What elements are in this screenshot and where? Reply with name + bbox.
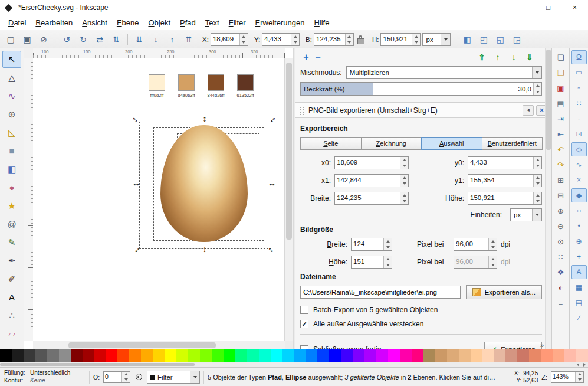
palette-color[interactable] xyxy=(459,349,471,362)
palette-color[interactable] xyxy=(576,349,588,362)
palette-color[interactable] xyxy=(329,349,341,362)
dock-scrollbar[interactable] xyxy=(545,48,551,349)
palette-scroll-left-icon[interactable] xyxy=(575,362,581,367)
snap-rotation-centers-button[interactable]: + xyxy=(571,250,587,264)
snap-bbox-centers-button[interactable]: ⊡ xyxy=(571,127,587,141)
palette-color[interactable] xyxy=(200,349,212,362)
select-all-button[interactable]: ▢ xyxy=(3,32,18,47)
palette-color[interactable] xyxy=(259,349,271,362)
palette-color[interactable] xyxy=(94,349,106,362)
zoom-to-selection-button[interactable]: ⊕ xyxy=(554,204,568,218)
palette-color[interactable] xyxy=(106,349,117,362)
eraser-tool[interactable]: ▱ xyxy=(2,325,21,342)
menu-pfad[interactable]: Pfad xyxy=(175,17,201,29)
zoom-to-page-button[interactable]: ⊙ xyxy=(554,234,568,248)
area-benutzerdefiniert-button[interactable]: Benutzerdefiniert xyxy=(482,137,543,150)
undo-button[interactable]: ↶ xyxy=(554,142,568,156)
snap-bbox-edges-button[interactable]: ▫ xyxy=(571,81,587,95)
text-tool[interactable]: A xyxy=(2,289,21,306)
dock-collapse-button[interactable]: ◄ xyxy=(523,105,534,116)
flip-horizontal-button[interactable]: ⇄ xyxy=(92,32,107,47)
transform-stroke-toggle-button[interactable]: ◧ xyxy=(459,32,475,47)
layer-select[interactable]: Filter xyxy=(147,371,200,384)
menu-hilfe[interactable]: Hilfe xyxy=(309,17,334,29)
new-document-button[interactable]: ❏ xyxy=(554,50,568,64)
batch-export-checkbox[interactable] xyxy=(300,306,308,314)
palette-color[interactable] xyxy=(224,349,235,362)
redo-button[interactable]: ↷ xyxy=(554,158,568,172)
area-width-field[interactable]: 124,235 xyxy=(334,192,409,205)
palette-color[interactable] xyxy=(117,349,129,362)
palette-color[interactable] xyxy=(12,349,24,362)
object-color-swatch[interactable]: 844d26ff xyxy=(208,74,224,98)
dialog-grip-icon[interactable] xyxy=(300,106,304,115)
snap-bbox-edge-midpoints-button[interactable]: ∙ xyxy=(571,112,587,126)
palette-color[interactable] xyxy=(294,349,306,362)
snap-path-intersections-button[interactable]: × xyxy=(571,173,587,187)
snap-guides-button[interactable]: ∕ xyxy=(571,311,587,325)
export-as-button[interactable]: Exportieren als... xyxy=(466,285,542,299)
units-select[interactable]: px xyxy=(510,208,542,221)
zoom-field[interactable]: 143% xyxy=(551,371,584,383)
palette-color[interactable] xyxy=(188,349,200,362)
y-field[interactable]: 4,433 xyxy=(262,33,300,46)
snap-paths-button[interactable]: ∿ xyxy=(571,158,587,172)
transform-gradient-toggle-button[interactable]: ◱ xyxy=(492,32,508,47)
export-button[interactable]: ⇤ xyxy=(554,127,568,141)
rotate-cw-button[interactable]: ↻ xyxy=(75,32,91,47)
palette-color[interactable] xyxy=(282,349,294,362)
palette-color[interactable] xyxy=(129,349,141,362)
palette-color[interactable] xyxy=(24,349,35,362)
palette-color[interactable] xyxy=(141,349,153,362)
ruler-corner[interactable] xyxy=(24,48,34,58)
menu-erweiterungen[interactable]: Erweiterungen xyxy=(251,17,310,29)
area-seite-button[interactable]: Seite xyxy=(300,137,362,150)
palette-color[interactable] xyxy=(388,349,400,362)
duplicate-button[interactable]: ∷ xyxy=(554,250,568,264)
palette-color[interactable] xyxy=(247,349,259,362)
group-button[interactable]: ❖ xyxy=(554,265,568,279)
maximize-button[interactable]: □ xyxy=(535,0,561,15)
palette-color[interactable] xyxy=(165,349,176,362)
import-button[interactable]: ⇥ xyxy=(554,112,568,126)
palette-color[interactable] xyxy=(541,349,553,362)
opacity-slider[interactable]: Deckkraft (%) 30,0 xyxy=(300,82,542,96)
palette-color[interactable] xyxy=(306,349,317,362)
palette-color[interactable] xyxy=(517,349,529,362)
canvas-vertical-scrollbar[interactable] xyxy=(284,58,293,341)
area-zeichnung-button[interactable]: Zeichnung xyxy=(361,137,422,150)
fill-stroke-dialog-button[interactable]: ◐ xyxy=(554,280,568,295)
calligraphy-tool[interactable]: ✐ xyxy=(2,270,21,287)
area-auswahl-button[interactable]: Auswahl xyxy=(421,137,482,150)
bezier-tool[interactable]: ✒ xyxy=(2,252,21,269)
selector-tool[interactable]: ↖ xyxy=(2,51,21,68)
lower-button[interactable]: ↓ xyxy=(507,51,520,63)
menu-datei[interactable]: Datei xyxy=(4,17,31,29)
lower-button[interactable]: ↓ xyxy=(148,32,163,47)
palette-color[interactable] xyxy=(71,349,83,362)
unit-select[interactable]: px xyxy=(422,33,451,46)
minimize-button[interactable]: — xyxy=(508,0,535,15)
zoom-tool[interactable]: ⊕ xyxy=(2,106,21,123)
palette-color[interactable] xyxy=(341,349,353,362)
canvas-horizontal-scrollbar[interactable] xyxy=(33,341,285,349)
snap-line-midpoints-button[interactable]: • xyxy=(571,219,587,233)
paste-button[interactable]: ⊟ xyxy=(554,188,568,202)
palette-color[interactable] xyxy=(364,349,376,362)
align-dialog-button[interactable]: ≡ xyxy=(554,296,568,310)
add-item-button[interactable]: + xyxy=(300,51,312,63)
lower-to-bottom-button[interactable]: ⇊ xyxy=(132,32,147,47)
palette-color[interactable] xyxy=(35,349,47,362)
dpi-width-field[interactable]: 96,00 xyxy=(454,238,497,251)
area-height-field[interactable]: 150,921 xyxy=(468,192,542,205)
palette-color[interactable] xyxy=(353,349,364,362)
copy-button[interactable]: ⊞ xyxy=(554,173,568,187)
canvas-surface[interactable]: ↕ ↕ ↔ ↔ ↔ ↔ ↔ ↔ fff0d2ffd4a063ff844d26ff… xyxy=(33,58,285,341)
vertical-ruler[interactable] xyxy=(24,58,34,341)
palette-color[interactable] xyxy=(47,349,59,362)
scale-handle-right[interactable]: ↔ xyxy=(267,179,277,187)
y0-field[interactable]: 4,433 xyxy=(468,156,542,169)
height-field[interactable]: 150,921 xyxy=(380,33,421,46)
palette-color[interactable] xyxy=(471,349,482,362)
snap-cusp-nodes-button[interactable]: ◆ xyxy=(571,188,587,202)
